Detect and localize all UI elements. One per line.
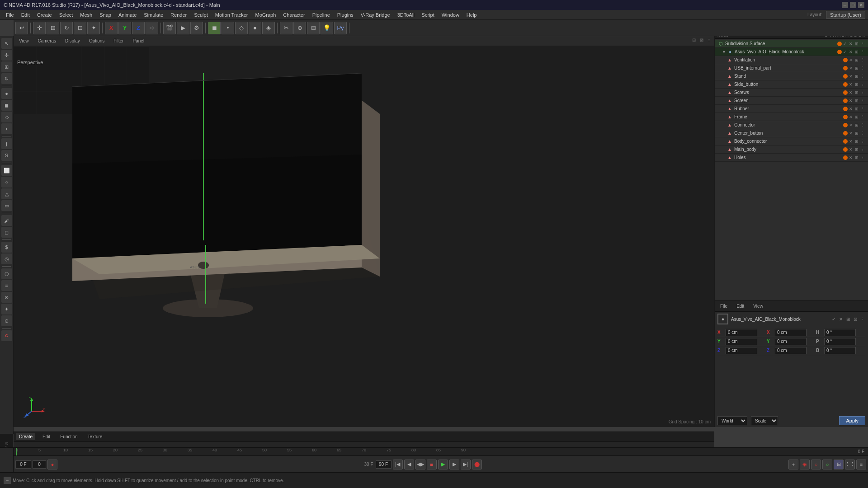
- timeline-blue-btn[interactable]: ⊞: [834, 460, 844, 469]
- next-frame-btn[interactable]: ▶: [449, 460, 459, 469]
- list-item-screws[interactable]: ▲ Screws ✕ ⊞ ⋮: [715, 89, 868, 97]
- dot-usb[interactable]: [843, 66, 848, 70]
- vp-tab-cameras[interactable]: Cameras: [36, 38, 58, 44]
- list-item-side-button[interactable]: ▲ Side_button ✕ ⊞ ⋮: [715, 80, 868, 89]
- texture-btn[interactable]: ◈: [262, 22, 275, 34]
- sel-obj-lock[interactable]: ⊞: [845, 316, 851, 322]
- timeline-red-btn[interactable]: ○: [811, 460, 821, 469]
- vp-tab-options[interactable]: Options: [87, 38, 106, 44]
- attr-tab-edit[interactable]: Edit: [40, 433, 53, 440]
- primitive-cube[interactable]: ⬜: [1, 165, 12, 176]
- spline-tool[interactable]: ∫: [1, 138, 12, 149]
- x-connector[interactable]: ✕: [848, 122, 854, 128]
- playhead-pos-input[interactable]: [33, 460, 46, 469]
- x-holes[interactable]: ✕: [848, 155, 854, 160]
- fps-input[interactable]: [376, 460, 392, 469]
- prop-input-z1[interactable]: [726, 347, 757, 354]
- vp-tab-view[interactable]: View: [17, 38, 31, 44]
- render-view-btn[interactable]: 🎬: [163, 22, 176, 34]
- obj-vis-asus[interactable]: ⋮: [860, 49, 865, 55]
- vp-tab-panel[interactable]: Panel: [131, 38, 146, 44]
- menu-pipeline[interactable]: Pipeline: [309, 11, 333, 19]
- go-end-btn[interactable]: ▶|: [461, 460, 471, 469]
- list-item-subdivision[interactable]: ⬡ Subdivision Surface ✓ ✕ ⊞ ⋮: [715, 40, 868, 48]
- expand-arrow-asus[interactable]: ▼: [722, 50, 726, 54]
- menu-mesh[interactable]: Mesh: [77, 11, 95, 19]
- stop-btn[interactable]: ■: [427, 460, 437, 469]
- obj-x-asus[interactable]: ✕: [848, 49, 854, 55]
- lock-rubber[interactable]: ⊞: [854, 106, 859, 112]
- transform-tool[interactable]: ⊡: [74, 22, 86, 34]
- x-usb[interactable]: ✕: [848, 66, 854, 71]
- vis-frame[interactable]: ⋮: [860, 114, 865, 120]
- dot-ventilation[interactable]: [843, 58, 848, 62]
- lock-holes[interactable]: ⊞: [854, 155, 859, 160]
- list-item-frame[interactable]: ▲ Frame ✕ ⊞ ⋮: [715, 113, 868, 121]
- edge-tool-left[interactable]: ◇: [1, 112, 12, 122]
- misc-tool-2[interactable]: ✦: [1, 304, 12, 314]
- vis-ventilation[interactable]: ⋮: [860, 57, 865, 63]
- bezier-tool[interactable]: S: [1, 150, 12, 161]
- vp-expand-btn[interactable]: ⊞: [691, 37, 697, 43]
- vp-tab-display[interactable]: Display: [63, 38, 82, 44]
- dot-bodyconn[interactable]: [843, 139, 848, 144]
- timeline-green-btn[interactable]: ○: [822, 460, 832, 469]
- menu-3dtoall[interactable]: 3DToAll: [394, 11, 418, 19]
- menu-snap[interactable]: Snap: [96, 11, 114, 19]
- x-axis-btn[interactable]: X: [105, 22, 118, 34]
- list-item-stand[interactable]: ▲ Stand ✕ ⊞ ⋮: [715, 72, 868, 80]
- object-mode-btn[interactable]: ●: [249, 22, 261, 34]
- lock-stand[interactable]: ⊞: [854, 74, 859, 79]
- obj-vis-subdivision[interactable]: ⋮: [860, 41, 865, 47]
- move-tool-left[interactable]: ✛: [1, 50, 12, 61]
- edge-btn[interactable]: ◇: [235, 22, 248, 34]
- obj-dot-asus[interactable]: [837, 50, 842, 54]
- lock-connector[interactable]: ⊞: [854, 122, 859, 128]
- list-item-connector[interactable]: ▲ Connector ✕ ⊞ ⋮: [715, 121, 868, 129]
- scale-tool[interactable]: ⊞: [47, 22, 59, 34]
- list-item-body-connector[interactable]: ▲ Body_connector ✕ ⊞ ⋮: [715, 137, 868, 145]
- viewport-content[interactable]: Perspective: [14, 46, 714, 427]
- menu-select[interactable]: Select: [56, 11, 76, 19]
- dot-holes[interactable]: [843, 155, 848, 160]
- lock-screen[interactable]: ⊞: [854, 98, 859, 103]
- object-tool-left[interactable]: ●: [1, 88, 12, 99]
- transform-mode-dropdown[interactable]: Scale Move Rotate: [751, 416, 778, 425]
- timeline-record-all-btn[interactable]: ◉: [800, 460, 810, 469]
- list-item-asus-vivo[interactable]: ▼ ● Asus_Vivo_AIO_Black_Monoblock ✓ ✕ ⊞ …: [715, 48, 868, 56]
- y-axis-btn[interactable]: Y: [118, 22, 131, 34]
- play-reverse-btn[interactable]: ◀▶: [415, 460, 425, 469]
- knife-btn[interactable]: ✂: [280, 22, 292, 34]
- menu-animate[interactable]: Animate: [115, 11, 140, 19]
- br-tab-edit[interactable]: Edit: [734, 303, 747, 310]
- eraser-tool[interactable]: ◻: [1, 227, 12, 238]
- prop-input-x2[interactable]: [775, 329, 807, 336]
- vis-mainbody[interactable]: ⋮: [860, 147, 865, 152]
- texture-proj-tool[interactable]: ◎: [1, 253, 12, 264]
- lock-screws[interactable]: ⊞: [854, 90, 859, 95]
- polygon-btn[interactable]: ◼: [208, 22, 221, 34]
- menu-create[interactable]: Create: [34, 11, 55, 19]
- dot-screen[interactable]: [843, 99, 848, 103]
- prev-frame-btn[interactable]: ◀: [404, 460, 414, 469]
- vp-fullscreen-btn[interactable]: ⊠: [698, 37, 705, 43]
- menu-motion-tracker[interactable]: Motion Tracker: [212, 11, 251, 19]
- viewport[interactable]: View Cameras Display Options Filter Pane…: [14, 36, 714, 427]
- material-tool[interactable]: $: [1, 242, 12, 253]
- render-btn[interactable]: ▶: [177, 22, 189, 34]
- obj-check-subdivision[interactable]: ✓: [842, 41, 848, 47]
- vis-sidebutton[interactable]: ⋮: [860, 82, 865, 87]
- vis-rubber[interactable]: ⋮: [860, 106, 865, 112]
- vis-stand[interactable]: ⋮: [860, 74, 865, 79]
- prop-input-b[interactable]: [824, 347, 856, 354]
- x-rubber[interactable]: ✕: [848, 106, 854, 112]
- select-tool-left[interactable]: ↖: [1, 38, 12, 49]
- play-btn[interactable]: ▶: [438, 460, 448, 469]
- x-stand[interactable]: ✕: [848, 74, 854, 79]
- timeline-settings-btn[interactable]: ≡: [856, 460, 866, 469]
- misc-tool-3[interactable]: ⊙: [1, 315, 12, 326]
- sel-obj-x[interactable]: ✕: [838, 316, 844, 322]
- list-item-center-button[interactable]: ▲ Center_button ✕ ⊞ ⋮: [715, 129, 868, 137]
- dot-screws[interactable]: [843, 90, 848, 95]
- menu-simulate[interactable]: Simulate: [141, 11, 166, 19]
